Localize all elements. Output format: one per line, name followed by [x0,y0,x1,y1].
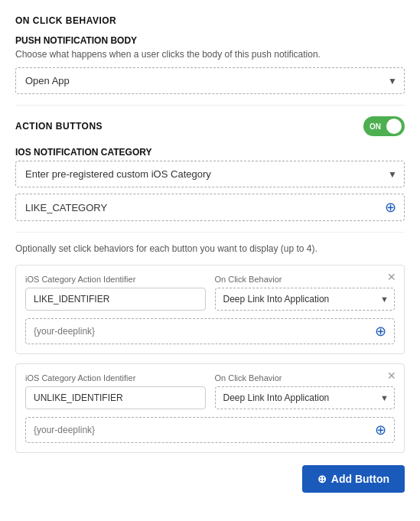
click-behavior-group-2: On Click Behavior Open App Deep Link Int… [215,373,396,409]
add-button[interactable]: ⊕ Add Button [302,465,405,493]
ios-category-section: IOS NOTIFICATION CATEGORY Enter pre-regi… [15,147,405,221]
action-buttons-toggle[interactable]: ON [363,116,405,136]
identifier-group-1: iOS Category Action Identifier [25,275,206,311]
push-notification-dropdown[interactable]: Open App Deep Link Into Application Clos… [15,67,405,94]
ios-category-input[interactable] [25,202,385,213]
click-behavior-select-1[interactable]: Open App Deep Link Into Application Clos… [215,288,396,311]
button-block-1: ✕ iOS Category Action Identifier On Clic… [15,265,405,354]
deeplink-plus-1[interactable]: ⊕ [375,324,386,338]
click-behavior-label-1: On Click Behavior [215,275,396,284]
divider-2 [15,232,405,233]
deeplink-plus-2[interactable]: ⊕ [375,423,386,437]
close-icon-2[interactable]: ✕ [387,370,396,381]
button-block-2: ✕ iOS Category Action Identifier On Clic… [15,363,405,453]
click-behavior-label-2: On Click Behavior [215,373,396,383]
divider-1 [15,105,405,106]
add-button-label: Add Button [331,473,389,485]
identifier-input-2[interactable] [25,386,206,409]
identifier-group-2: iOS Category Action Identifier [25,373,206,409]
deeplink-row-1: ⊕ [25,318,395,344]
ios-category-dropdown-wrapper: Enter pre-registered custom iOS Category… [15,161,405,187]
optional-text: Optionally set click behaviors for each … [15,243,405,254]
button-blocks-container: ✕ iOS Category Action Identifier On Clic… [15,265,405,453]
identifier-label-2: iOS Category Action Identifier [25,373,206,383]
click-behavior-group-1: On Click Behavior Open App Deep Link Int… [215,275,396,311]
ios-category-plus-icon[interactable]: ⊕ [385,200,396,214]
identifier-label-1: iOS Category Action Identifier [25,275,206,284]
push-notification-description: Choose what happens when a user clicks t… [15,49,405,60]
toggle-circle [386,119,402,134]
click-behavior-select-2[interactable]: Open App Deep Link Into Application Clos… [215,386,396,409]
section-title: ON CLICK BEHAVIOR [15,15,405,26]
deeplink-row-2: ⊕ [25,417,395,443]
click-behavior-select-wrapper-1: Open App Deep Link Into Application Clos… [215,288,396,311]
push-notification-sub-title: PUSH NOTIFICATION BODY [15,35,405,46]
add-button-icon: ⊕ [317,473,327,485]
action-buttons-header: ACTION BUTTONS ON [15,116,405,136]
click-behavior-select-wrapper-2: Open App Deep Link Into Application Clos… [215,386,396,409]
action-buttons-label: ACTION BUTTONS [15,121,103,132]
toggle-label: ON [370,122,381,131]
push-notification-dropdown-wrapper: Open App Deep Link Into Application Clos… [15,67,405,94]
deeplink-input-1[interactable] [34,326,375,337]
push-notification-section: PUSH NOTIFICATION BODY Choose what happe… [15,35,405,94]
footer-row: ⊕ Add Button [15,465,405,493]
identifier-input-1[interactable] [25,288,206,311]
ios-category-dropdown[interactable]: Enter pre-registered custom iOS Category [15,161,405,187]
ios-category-input-wrapper: ⊕ [15,194,405,221]
deeplink-input-2[interactable] [34,425,375,435]
ios-category-sub-title: IOS NOTIFICATION CATEGORY [15,147,405,158]
close-icon-1[interactable]: ✕ [387,272,396,282]
